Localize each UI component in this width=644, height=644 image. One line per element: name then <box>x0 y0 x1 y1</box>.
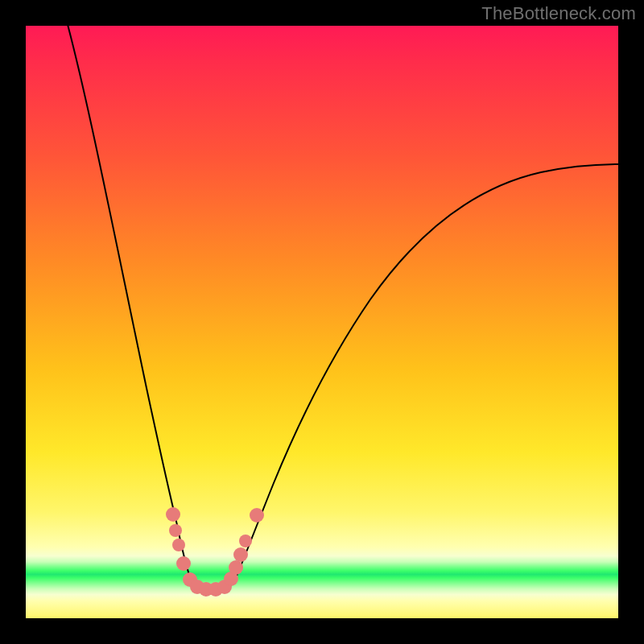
sample-dot <box>250 508 264 522</box>
watermark-text: TheBottleneck.com <box>481 3 636 24</box>
chart-overlay <box>26 26 618 618</box>
sample-dot <box>239 535 252 547</box>
sample-dot <box>166 507 180 522</box>
plot-area <box>26 26 618 618</box>
bottleneck-curve <box>64 26 618 589</box>
sample-dot <box>233 547 248 562</box>
sample-dot <box>169 524 182 537</box>
sample-dot <box>172 539 185 551</box>
sample-dot <box>176 556 191 571</box>
chart-frame: TheBottleneck.com <box>0 0 644 644</box>
sample-dot <box>229 560 243 575</box>
